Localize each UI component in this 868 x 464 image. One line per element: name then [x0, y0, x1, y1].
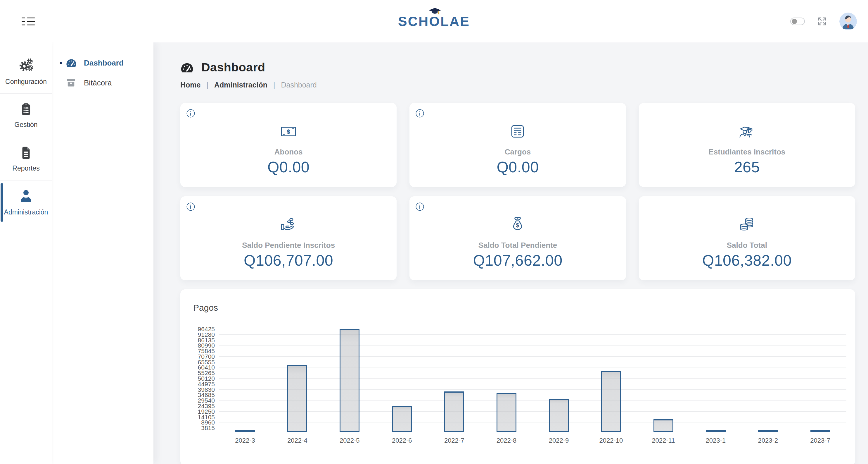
hand-coins-icon	[280, 216, 297, 234]
bar-slot	[219, 329, 271, 432]
y-axis-tick-label: 3815	[201, 425, 215, 431]
card-value: Q0.00	[497, 158, 539, 176]
theme-toggle[interactable]	[790, 18, 805, 25]
x-axis-tick-label: 2022-10	[585, 437, 637, 444]
coins-stack-icon	[738, 216, 756, 234]
bar-slot	[689, 329, 742, 432]
card-value: Q0.00	[268, 158, 310, 176]
top-bar: SCHO LAE	[0, 0, 868, 42]
toggle-knob	[792, 19, 797, 24]
info-icon[interactable]	[186, 202, 195, 211]
card-label: Abonos	[274, 147, 303, 156]
card-label: Estudiantes inscritos	[708, 147, 785, 156]
breadcrumb-separator: |	[273, 81, 275, 89]
bar-slot	[794, 329, 846, 432]
card-label: Saldo Total Pendiente	[478, 241, 557, 250]
y-axis-tick-label: 29540	[198, 397, 215, 403]
logo-text-left: SCH	[398, 13, 429, 29]
sidebar-item-label: Configuración	[5, 78, 47, 86]
card-value: Q106,707.00	[244, 252, 333, 269]
y-axis-tick-label: 24395	[198, 403, 215, 409]
app-logo[interactable]: SCHO LAE	[398, 13, 470, 29]
breadcrumb-administracion[interactable]: Administración	[214, 81, 268, 89]
menu-unfold-icon[interactable]	[22, 17, 35, 25]
bar-slot	[533, 329, 585, 432]
bar-slot	[742, 329, 794, 432]
x-axis-tick-label: 2023-7	[794, 437, 846, 444]
svg-text:$: $	[516, 222, 520, 229]
fullscreen-expand-icon[interactable]	[818, 17, 827, 26]
bar-2023-1	[706, 430, 726, 432]
chart: 3815896014105192502439529540346853983044…	[192, 329, 846, 432]
primary-sidebar: Configuración Gestión	[0, 42, 52, 464]
bar-2022-3	[235, 430, 255, 432]
bar-2022-10	[601, 371, 621, 432]
bar-slot	[585, 329, 637, 432]
charges-list-icon	[509, 123, 526, 140]
bar-slot	[637, 329, 689, 432]
breadcrumb-current: Dashboard	[281, 81, 316, 89]
bar-2022-4	[287, 365, 307, 432]
bar-2022-9	[549, 399, 569, 432]
y-axis-tick-label: 70700	[198, 353, 215, 359]
bar-2023-7	[810, 430, 830, 432]
stat-cards-grid: $ Abonos Q0.00	[180, 103, 855, 280]
x-axis-tick-label: 2022-11	[637, 437, 689, 444]
chart-x-axis: 2022-32022-42022-52022-62022-72022-82022…	[219, 437, 846, 444]
card-value: 265	[734, 158, 760, 176]
breadcrumb: Home | Administración | Dashboard	[180, 81, 855, 89]
x-axis-tick-label: 2022-7	[428, 437, 480, 444]
clipboard-icon	[19, 102, 33, 116]
card-saldo-total-pendiente: $ Saldo Total Pendiente Q107,662.00	[409, 196, 626, 280]
page-header: Dashboard	[180, 61, 855, 74]
x-axis-tick-label: 2022-4	[271, 437, 323, 444]
graduates-icon	[738, 123, 756, 140]
logo-text-right: LAE	[440, 13, 470, 29]
active-indicator-bar	[1, 183, 3, 222]
money-bag-icon: $	[509, 216, 526, 234]
chart-y-axis: 3815896014105192502439529540346853983044…	[192, 329, 219, 432]
breadcrumb-home[interactable]: Home	[180, 81, 200, 89]
info-icon[interactable]	[415, 202, 424, 211]
card-cargos: Cargos Q0.00	[409, 103, 626, 187]
active-bullet: •	[60, 59, 66, 67]
logo-letter-o: O	[429, 13, 440, 29]
submenu-item-bitacora[interactable]: Bitácora	[52, 73, 153, 93]
info-icon[interactable]	[415, 109, 424, 118]
card-saldo-total: Saldo Total Q106,382.00	[639, 196, 855, 280]
sidebar-item-reportes[interactable]: Reportes	[0, 137, 52, 180]
bar-slot	[376, 329, 428, 432]
gauge-icon	[180, 61, 194, 74]
y-axis-tick-label: 96425	[198, 326, 215, 332]
sidebar-item-administracion[interactable]: Administración	[0, 181, 52, 224]
card-label: Saldo Total	[727, 241, 767, 250]
bar-slot	[480, 329, 533, 432]
bar-2022-5	[340, 329, 360, 432]
x-axis-tick-label: 2022-8	[480, 437, 533, 444]
x-axis-tick-label: 2023-2	[742, 437, 794, 444]
submenu-item-label: Bitácora	[84, 79, 112, 87]
sidebar-item-configuracion[interactable]: Configuración	[0, 50, 52, 93]
card-label: Cargos	[505, 147, 531, 156]
bar-slot	[428, 329, 480, 432]
bar-2023-2	[758, 430, 778, 432]
card-value: Q106,382.00	[702, 252, 792, 269]
card-abonos: $ Abonos Q0.00	[180, 103, 397, 187]
money-bill-icon: $	[280, 123, 297, 140]
page-title: Dashboard	[202, 61, 266, 74]
user-avatar[interactable]	[839, 12, 857, 30]
pagos-chart-panel: Pagos 3815896014105192502439529540346853…	[180, 289, 855, 464]
sidebar-item-gestion[interactable]: Gestión	[0, 94, 52, 137]
header-divider	[180, 97, 855, 97]
x-axis-tick-label: 2022-3	[219, 437, 271, 444]
y-axis-tick-label: 75845	[198, 348, 215, 354]
main-content: Dashboard Home | Administración | Dashbo…	[153, 42, 868, 464]
y-axis-tick-label: 50120	[198, 375, 215, 381]
info-icon[interactable]	[186, 109, 195, 118]
x-axis-tick-label: 2022-5	[323, 437, 376, 444]
submenu-item-dashboard[interactable]: • Dashboard	[52, 53, 153, 73]
chart-title: Pagos	[193, 303, 846, 313]
x-axis-tick-label: 2022-6	[376, 437, 428, 444]
card-value: Q107,662.00	[473, 252, 562, 269]
report-document-icon	[19, 145, 33, 160]
